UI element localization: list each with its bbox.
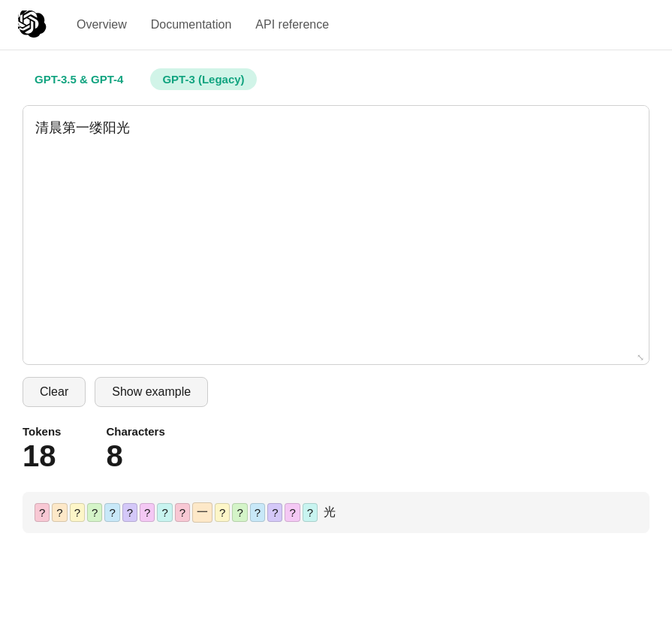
token-block: 一 (192, 502, 212, 523)
action-buttons: Clear Show example (23, 377, 649, 407)
header: Overview Documentation API reference (0, 0, 672, 50)
token-block: ? (175, 503, 190, 522)
token-block: ? (267, 503, 282, 522)
token-visualization: ?????????一??????光 (23, 492, 649, 533)
text-input-wrapper: 清晨第一缕阳光 ⤡ (23, 105, 649, 365)
tokens-value: 18 (23, 441, 61, 471)
token-block: ? (215, 503, 230, 522)
token-block: ? (35, 503, 50, 522)
text-input[interactable]: 清晨第一缕阳光 (23, 106, 649, 361)
token-block: ? (157, 503, 172, 522)
nav-documentation[interactable]: Documentation (151, 18, 232, 32)
token-block: ? (140, 503, 155, 522)
characters-stat: Characters 8 (106, 425, 164, 471)
token-block: ? (250, 503, 265, 522)
token-block: ? (285, 503, 300, 522)
tokens-stat: Tokens 18 (23, 425, 61, 471)
token-block: ? (303, 503, 318, 522)
token-block: ? (70, 503, 85, 522)
openai-logo (18, 11, 47, 39)
model-tabs: GPT-3.5 & GPT-4 GPT-3 (Legacy) (23, 68, 649, 90)
tab-gpt35-gpt4[interactable]: GPT-3.5 & GPT-4 (23, 68, 135, 90)
main-nav: Overview Documentation API reference (77, 18, 329, 32)
tab-gpt3-legacy[interactable]: GPT-3 (Legacy) (150, 68, 256, 90)
stats-section: Tokens 18 Characters 8 (23, 425, 649, 471)
token-block: 光 (320, 502, 339, 523)
characters-label: Characters (106, 425, 164, 438)
nav-api-reference[interactable]: API reference (255, 18, 329, 32)
characters-value: 8 (106, 441, 164, 471)
main-content: GPT-3.5 & GPT-4 GPT-3 (Legacy) 清晨第一缕阳光 ⤡… (0, 50, 672, 551)
show-example-button[interactable]: Show example (95, 377, 208, 407)
token-block: ? (232, 503, 247, 522)
token-block: ? (52, 503, 67, 522)
token-block: ? (87, 503, 102, 522)
token-block: ? (104, 503, 119, 522)
resize-handle-icon: ⤡ (637, 352, 646, 361)
token-block: ? (122, 503, 137, 522)
clear-button[interactable]: Clear (23, 377, 86, 407)
tokens-label: Tokens (23, 425, 61, 438)
nav-overview[interactable]: Overview (77, 18, 127, 32)
